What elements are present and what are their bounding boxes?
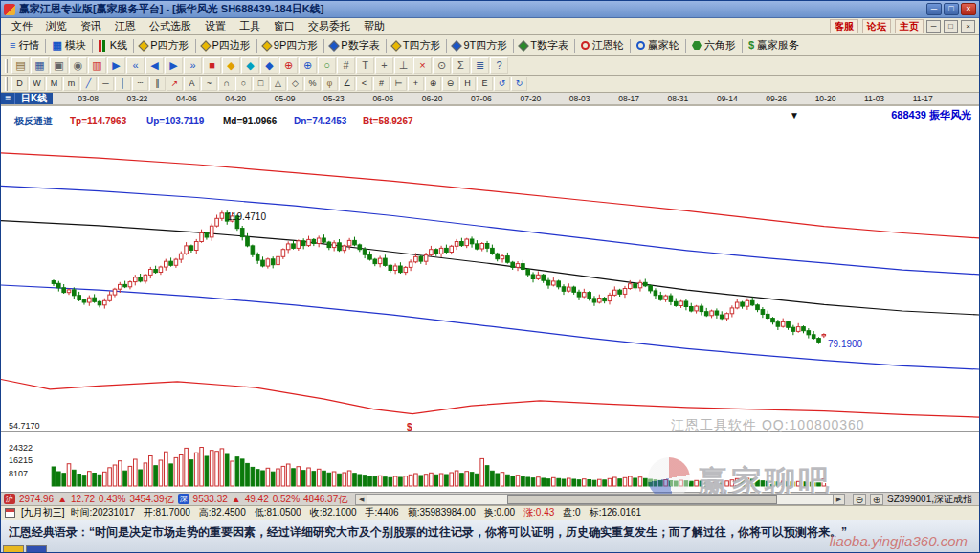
wave-tool-icon[interactable]: ~: [201, 77, 217, 91]
cross-tool-icon[interactable]: +: [408, 77, 424, 91]
print-icon[interactable]: ▣: [50, 57, 68, 74]
zoom-in-button[interactable]: ⊕: [870, 494, 883, 505]
play-icon[interactable]: ▶: [107, 57, 125, 74]
rect-tool-icon[interactable]: □: [253, 77, 269, 91]
close-button[interactable]: ×: [961, 3, 976, 15]
redo-icon[interactable]: ↻: [511, 77, 527, 91]
hand-tool-icon[interactable]: H: [459, 77, 476, 91]
next-bar-icon[interactable]: ▶: [165, 57, 183, 74]
tool-winner-service[interactable]: $赢家服务: [744, 37, 804, 55]
text-tool-icon[interactable]: T: [356, 57, 374, 74]
chart-type-icon[interactable]: ▥: [88, 57, 106, 74]
menu-formula-stockpick[interactable]: 公式选股: [143, 19, 198, 33]
clock-icon[interactable]: ⊙: [433, 57, 451, 74]
stop-icon[interactable]: ■: [203, 57, 221, 74]
tool-quotes[interactable]: ≡行情: [5, 37, 44, 55]
scrollbar-thumb[interactable]: [507, 495, 777, 504]
menu-help[interactable]: 帮助: [357, 19, 391, 33]
sz-index-badge[interactable]: 深: [178, 494, 189, 504]
circle-tool-icon[interactable]: ○: [235, 77, 252, 91]
menu-browse[interactable]: 浏览: [39, 19, 74, 33]
tool-p-table[interactable]: P数字表: [325, 37, 384, 55]
bottom-tab-yellow[interactable]: [3, 545, 24, 553]
tool-gann-wheel[interactable]: 江恩轮: [576, 37, 629, 55]
menu-news[interactable]: 资讯: [74, 19, 108, 33]
link-forum[interactable]: 论坛: [862, 19, 891, 33]
text-label-icon[interactable]: A: [184, 77, 200, 91]
sum-icon[interactable]: Σ: [452, 57, 470, 74]
period-tab[interactable]: 日K线: [14, 93, 53, 104]
hexagon-tool-icon[interactable]: ○: [318, 57, 336, 74]
child-minimize-button[interactable]: ─: [926, 20, 941, 33]
first-bar-icon[interactable]: «: [126, 57, 145, 74]
maximize-button[interactable]: □: [944, 3, 959, 15]
link-homepage[interactable]: 主页: [895, 19, 924, 33]
triangle-tool-icon[interactable]: △: [270, 77, 286, 91]
parallel-channel-icon[interactable]: ∥: [149, 77, 166, 91]
arrow-tool-icon[interactable]: ↗: [167, 77, 183, 91]
chart-scrollbar[interactable]: ◀ ▶: [355, 494, 845, 505]
tool-winner-wheel[interactable]: 赢家轮: [632, 37, 684, 55]
menu-tools[interactable]: 工具: [233, 19, 267, 33]
camera-icon[interactable]: ◉: [69, 57, 87, 74]
percent-tool-icon[interactable]: %: [304, 77, 321, 91]
eraser-tool-icon[interactable]: E: [477, 77, 493, 91]
minimize-button[interactable]: ─: [926, 3, 942, 15]
grid-tool-icon[interactable]: #: [337, 57, 355, 74]
tool-p-quad[interactable]: P四边形: [197, 37, 256, 55]
delete-tool-icon[interactable]: ×: [413, 57, 432, 74]
child-close-button[interactable]: ×: [961, 20, 975, 33]
gann-circle-icon[interactable]: ⊕: [279, 57, 298, 74]
undo-icon[interactable]: ↺: [494, 77, 510, 91]
scroll-right-button[interactable]: ▶: [833, 494, 845, 505]
menu-trade-order[interactable]: 交易委托: [301, 19, 357, 33]
chart-list-icon[interactable]: ≣: [1, 93, 14, 104]
help-icon[interactable]: ?: [490, 57, 508, 74]
fan-tool-icon[interactable]: <: [356, 77, 372, 91]
vertical-line-icon[interactable]: │: [115, 77, 131, 91]
period-minute-icon[interactable]: m: [63, 77, 79, 91]
horizontal-line-icon[interactable]: ┄: [132, 77, 148, 91]
target-circle-icon[interactable]: ⊕: [299, 57, 317, 74]
golden-ratio-icon[interactable]: φ: [322, 77, 338, 91]
tool-modules[interactable]: ▦模块: [47, 37, 90, 55]
segment-line-icon[interactable]: ─: [98, 77, 114, 91]
angle-line-icon[interactable]: ∠: [339, 77, 355, 91]
tool-kline[interactable]: K线: [94, 37, 132, 55]
arc-tool-icon[interactable]: ∩: [218, 77, 234, 91]
layout-icon[interactable]: ≣: [471, 57, 489, 74]
tool-t-table[interactable]: T数字表: [515, 37, 573, 55]
plus-tool-icon[interactable]: +: [375, 57, 393, 74]
diamond-yellow-icon[interactable]: ◆: [222, 57, 240, 74]
grid2-tool-icon[interactable]: #: [373, 77, 390, 91]
scrollbar-track[interactable]: [368, 494, 833, 505]
angle-tool-icon[interactable]: ⊥: [394, 57, 412, 74]
tool-p-square[interactable]: P四方形: [135, 37, 193, 55]
index-name[interactable]: SZ399001,深证成指: [887, 493, 976, 506]
prev-bar-icon[interactable]: ◀: [145, 57, 164, 74]
period-week-icon[interactable]: W: [29, 77, 45, 91]
period-day-icon[interactable]: D: [11, 77, 28, 91]
zoom-in-tool-icon[interactable]: ⊕: [425, 77, 441, 91]
child-restore-button[interactable]: □: [944, 20, 958, 33]
diamond-cyan-icon[interactable]: ◆: [241, 57, 259, 74]
zoom-out-button[interactable]: ⊖: [853, 494, 866, 505]
scroll-left-button[interactable]: ◀: [355, 494, 368, 505]
bottom-tab-blue[interactable]: [26, 545, 47, 553]
zoom-out-tool-icon[interactable]: ⊖: [442, 77, 458, 91]
period-month-icon[interactable]: M: [46, 77, 62, 91]
trendline-icon[interactable]: ╱: [80, 77, 97, 91]
tool-9t-square[interactable]: 9T四方形: [448, 37, 512, 55]
tool-t-square[interactable]: T四方形: [388, 37, 446, 55]
menu-gann[interactable]: 江恩: [108, 19, 143, 33]
link-customer-service[interactable]: 客服: [830, 19, 858, 33]
menu-settings[interactable]: 设置: [198, 19, 233, 33]
tool-hexagon[interactable]: 六角形: [687, 37, 741, 55]
tool-9p-square[interactable]: 9P四方形: [258, 37, 323, 55]
save-icon[interactable]: ▦: [31, 57, 49, 74]
diamond-blue-icon[interactable]: ◆: [260, 57, 278, 74]
sh-index-badge[interactable]: 沪: [4, 494, 15, 504]
last-bar-icon[interactable]: »: [184, 57, 202, 74]
diamond-tool-icon[interactable]: ◇: [287, 77, 303, 91]
kline-svg[interactable]: 极反通道Tp=114.7963Up=103.7119Md=91.0966Dn=7…: [1, 105, 980, 493]
